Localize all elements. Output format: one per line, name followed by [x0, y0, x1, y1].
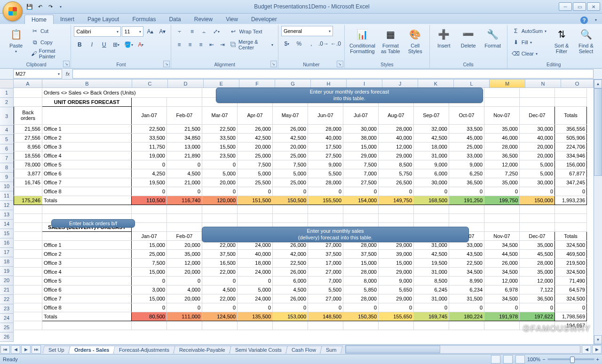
cell[interactable]: Mar-07 — [202, 106, 238, 124]
cell[interactable] — [308, 321, 343, 330]
zoom-level[interactable]: 100% — [527, 356, 540, 362]
qat-save[interactable]: 💾 — [25, 2, 34, 11]
cell[interactable]: 36,500 — [520, 294, 555, 303]
cell[interactable]: 34,500 — [449, 267, 484, 276]
cell[interactable]: 199,750 — [484, 196, 520, 205]
row-header-6[interactable]: 6 — [0, 144, 14, 154]
cell[interactable]: 148,500 — [308, 312, 343, 321]
cell[interactable]: 34,500 — [484, 294, 520, 303]
cell[interactable]: Office 6 — [42, 285, 132, 294]
cell[interactable]: Totals — [555, 106, 587, 124]
cell[interactable]: 12,000 — [520, 276, 555, 285]
cell[interactable] — [14, 321, 42, 330]
align-center[interactable]: ≡ — [185, 39, 195, 50]
cell[interactable]: Office 4 — [42, 267, 132, 276]
cell[interactable]: 18,000 — [414, 142, 449, 151]
cell[interactable] — [414, 205, 449, 214]
cell[interactable]: 16,745 — [14, 178, 42, 187]
cell[interactable]: 26,500 — [379, 178, 414, 187]
grow-font[interactable]: A▴ — [144, 26, 156, 37]
cell[interactable]: 135,500 — [238, 312, 273, 321]
bold-button[interactable]: B — [74, 39, 85, 50]
cell[interactable]: 18,556 — [14, 151, 42, 160]
cell[interactable]: 45,000 — [449, 133, 484, 142]
cell[interactable]: 22,500 — [132, 124, 167, 133]
cell[interactable]: 153,000 — [273, 312, 308, 321]
cell[interactable]: Dec-07 — [520, 231, 555, 240]
cell[interactable] — [343, 205, 379, 214]
cell[interactable] — [167, 214, 202, 222]
cell[interactable]: Totals — [42, 312, 132, 321]
cell[interactable]: Office 7 — [42, 294, 132, 303]
col-header-H[interactable]: H — [311, 79, 347, 88]
cell[interactable]: 80,500 — [132, 312, 167, 321]
cell[interactable]: 15,000 — [379, 258, 414, 267]
cell[interactable]: Office 1 — [42, 240, 132, 249]
cell[interactable]: 15,000 — [132, 294, 167, 303]
cell[interactable]: 4,500 — [202, 285, 238, 294]
cell[interactable] — [343, 214, 379, 222]
cell[interactable]: Sep-07 — [414, 106, 449, 124]
clear-button[interactable]: ⌫Clear ▾ — [510, 48, 548, 59]
cell[interactable]: Dec-07 — [520, 106, 555, 124]
cell[interactable] — [14, 285, 42, 294]
cell[interactable] — [14, 222, 42, 231]
cell[interactable]: 197,622 — [520, 312, 555, 321]
cell[interactable] — [414, 321, 449, 330]
row-header-10[interactable]: 10 — [0, 182, 14, 191]
cell[interactable]: 19,500 — [132, 178, 167, 187]
cell[interactable]: 32,000 — [414, 124, 449, 133]
cell[interactable]: 20,000 — [520, 151, 555, 160]
cell[interactable]: 180,224 — [449, 312, 484, 321]
cell[interactable]: 191,250 — [449, 196, 484, 205]
cell[interactable]: 33,000 — [449, 151, 484, 160]
cell[interactable] — [167, 222, 202, 231]
cell[interactable]: 7,500 — [273, 160, 308, 169]
cell[interactable]: 34,500 — [484, 240, 520, 249]
cell[interactable]: 28,000 — [484, 142, 520, 151]
cell[interactable]: 7,000 — [308, 276, 343, 285]
insert-cells[interactable]: ➕Insert — [433, 26, 455, 62]
cell[interactable]: 324,500 — [555, 294, 587, 303]
tab-formulas[interactable]: Formulas — [126, 15, 162, 24]
tab-developer[interactable]: Developer — [245, 15, 284, 24]
cell[interactable]: Office 8 — [42, 187, 132, 196]
cell[interactable]: 156,000 — [555, 160, 587, 169]
font-size-combo[interactable]: 11▾ — [122, 26, 143, 37]
cell[interactable]: 67,877 — [555, 169, 587, 178]
cell[interactable]: 12,000 — [484, 160, 520, 169]
cell[interactable]: 34,850 — [167, 133, 202, 142]
cell[interactable] — [14, 240, 42, 249]
cell[interactable] — [132, 222, 167, 231]
cell[interactable] — [42, 321, 132, 330]
cell[interactable]: Office 2 — [42, 133, 132, 142]
align-bottom[interactable]: ⫠ — [198, 26, 210, 37]
italic-button[interactable]: I — [86, 39, 97, 50]
sheet-tab-forecast-adjustments[interactable]: Forecast-Adjustments — [113, 346, 175, 354]
row-header-2[interactable]: 2 — [0, 98, 14, 107]
cell[interactable] — [343, 321, 379, 330]
delete-cells[interactable]: ➖Delete — [457, 26, 480, 62]
cell[interactable]: 39,000 — [379, 249, 414, 258]
align-right[interactable]: ≡ — [196, 39, 206, 50]
cell[interactable]: 0 — [520, 187, 555, 196]
cell[interactable] — [14, 205, 42, 214]
cell[interactable]: 38,000 — [343, 133, 379, 142]
cell[interactable]: 71,490 — [555, 276, 587, 285]
cell[interactable]: 24,000 — [238, 294, 273, 303]
col-header-K[interactable]: K — [418, 79, 454, 88]
wrap-text-button[interactable]: ↩Wrap Text — [228, 26, 264, 37]
cell[interactable]: May-07 — [273, 106, 308, 124]
cell[interactable]: 6,250 — [449, 169, 484, 178]
cell[interactable]: 20,000 — [167, 240, 202, 249]
cell[interactable] — [555, 222, 587, 231]
format-painter-button[interactable]: 🖌Format Painter — [29, 48, 68, 59]
cell[interactable] — [238, 205, 273, 214]
cell[interactable]: 7,122 — [520, 285, 555, 294]
cell[interactable]: 25,000 — [273, 151, 308, 160]
row-header-14[interactable]: 14 — [0, 220, 14, 229]
percent-button[interactable]: % — [293, 38, 305, 49]
cell[interactable]: Nov-07 — [484, 231, 520, 240]
row-header-7[interactable]: 7 — [0, 154, 14, 163]
comma-button[interactable]: , — [306, 38, 317, 49]
